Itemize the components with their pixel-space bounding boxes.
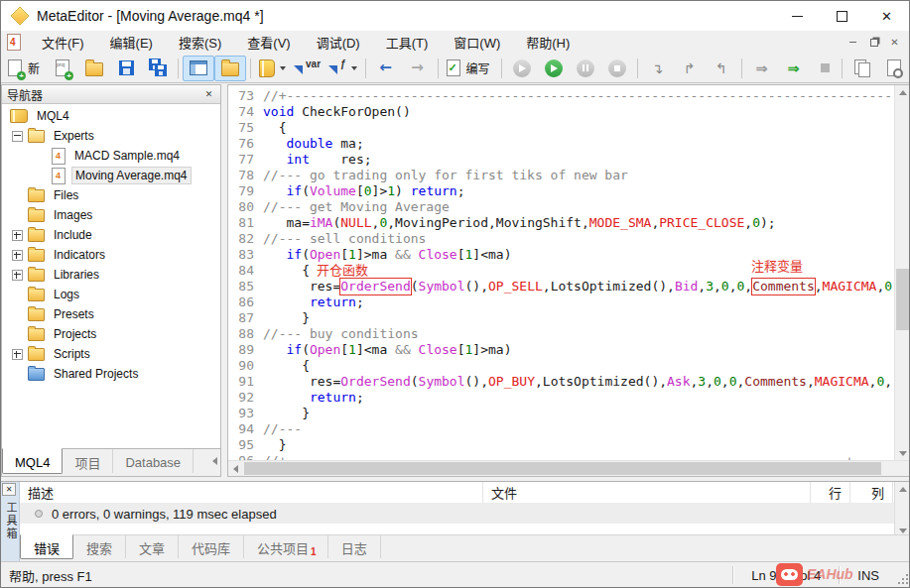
sidebar-tab[interactable]: 项目	[63, 449, 113, 473]
toolbox-tab[interactable]: 代码库	[179, 535, 244, 558]
scroll-left-icon[interactable]	[228, 461, 243, 476]
tree-item[interactable]: Presets	[2, 304, 220, 324]
save-all-button[interactable]	[142, 56, 174, 81]
goto-function-button[interactable]: ƒ	[325, 56, 361, 81]
toolbox-column-header[interactable]: 文件	[483, 482, 811, 503]
code-token: return	[310, 390, 356, 406]
sidebar-tab[interactable]: MQL4	[2, 448, 63, 474]
code-token: ,	[744, 279, 752, 294]
toggle-navigator-button[interactable]	[183, 56, 214, 81]
continue-profiling-button[interactable]	[778, 56, 810, 81]
toolbox-tab[interactable]: 日志	[328, 535, 381, 558]
collapse-icon[interactable]	[12, 131, 23, 142]
code-token: if	[286, 183, 302, 199]
tree-item[interactable]: Images	[2, 205, 220, 225]
code-editor[interactable]: 73//+-----------------------------------…	[227, 84, 910, 477]
toolbox-tab[interactable]: 文章	[126, 535, 179, 558]
navigator-close-icon[interactable]	[202, 88, 215, 100]
tree-item[interactable]: Projects	[2, 324, 220, 344]
tree-item-label: MQL4	[34, 108, 72, 124]
code-token: ,	[729, 279, 737, 294]
toggle-toolbox-button[interactable]	[214, 56, 246, 81]
tabs-scroll-left-icon[interactable]	[212, 457, 217, 465]
code-token: //--- buy conditions	[263, 326, 419, 342]
mdi-close-button[interactable]	[884, 33, 905, 52]
tree-item[interactable]: Logs	[2, 285, 220, 304]
code-token: [	[340, 342, 348, 358]
menu-item[interactable]: 窗口(W)	[441, 31, 513, 54]
tree-item[interactable]: MQL4	[2, 106, 220, 126]
code-line: 89 if(Open[1]<ma && Close[1]>ma)	[228, 342, 894, 358]
search-in-files-button[interactable]	[878, 56, 910, 81]
mq4-icon	[52, 148, 65, 165]
expand-icon[interactable]	[12, 349, 23, 360]
scroll-up-icon[interactable]	[895, 85, 910, 100]
code-token: 1	[387, 183, 395, 199]
code-token	[263, 136, 286, 152]
scroll-down-icon[interactable]	[895, 446, 910, 461]
stop-debug-button[interactable]	[601, 56, 633, 81]
start-profiling-button[interactable]	[746, 56, 778, 81]
start-debug-button[interactable]	[538, 56, 570, 81]
code-token: (	[302, 247, 310, 263]
pause-debug-button[interactable]	[570, 56, 601, 81]
tree-item[interactable]: Libraries	[2, 265, 220, 285]
copy-button[interactable]	[846, 56, 878, 81]
toolbox-column-header[interactable]: 描述	[20, 482, 483, 503]
compile-button[interactable]: 编写	[443, 56, 497, 81]
restart-debug-button[interactable]	[506, 56, 538, 81]
menu-item[interactable]: 查看(V)	[234, 31, 303, 54]
scroll-up-icon[interactable]	[895, 482, 910, 497]
toolbox-tab[interactable]: 搜索	[73, 535, 126, 558]
vertical-scrollbar[interactable]	[894, 85, 910, 461]
mdi-restore-button[interactable]	[863, 33, 884, 52]
menu-item[interactable]: 调试(D)	[304, 31, 373, 54]
menu-item[interactable]: 文件(F)	[29, 31, 97, 54]
expand-icon[interactable]	[12, 250, 23, 261]
menu-item[interactable]: 搜索(S)	[166, 31, 234, 54]
expand-icon[interactable]	[12, 230, 23, 241]
toolbox-tab[interactable]: 错误	[20, 534, 73, 559]
tree-item[interactable]: Scripts	[2, 344, 220, 364]
code-token: //--- get Moving Average	[263, 199, 450, 215]
horizontal-scroll-thumb[interactable]	[244, 462, 881, 475]
resize-grip[interactable]	[897, 573, 909, 585]
tree-item[interactable]: Indicators	[2, 245, 220, 265]
tree-item[interactable]: MACD Sample.mq4	[2, 146, 220, 166]
navigate-back-button[interactable]	[370, 56, 402, 81]
menu-item[interactable]: 工具(T)	[373, 31, 442, 54]
toolbox-column-header[interactable]: 行	[811, 482, 850, 503]
goto-variable-button[interactable]: var	[290, 56, 325, 81]
close-button[interactable]	[864, 1, 909, 31]
new-project-button[interactable]	[47, 56, 78, 81]
menu-item[interactable]: 帮助(H)	[513, 31, 583, 54]
new-file-button[interactable]: 新	[4, 56, 47, 81]
tree-item[interactable]: Files	[2, 185, 220, 205]
stop-profiling-button[interactable]	[810, 56, 842, 81]
tree-item[interactable]: Include	[2, 225, 220, 245]
toolbox-tab[interactable]: 公共项目1	[244, 535, 328, 558]
toolbox-column-header[interactable]: 列	[850, 482, 893, 503]
step-into-button[interactable]	[642, 56, 674, 81]
open-button[interactable]	[78, 56, 110, 81]
menu-item[interactable]: 编辑(E)	[97, 31, 166, 54]
toolbox-close-icon[interactable]	[2, 483, 16, 496]
navigate-forward-button[interactable]	[402, 56, 434, 81]
sidebar-tab[interactable]: Database	[113, 449, 194, 473]
horizontal-scrollbar[interactable]	[228, 460, 910, 476]
tree-item[interactable]: Shared Projects	[2, 364, 220, 384]
save-button[interactable]	[110, 56, 142, 81]
step-over-button[interactable]	[674, 56, 706, 81]
compile-result-row[interactable]: 0 errors, 0 warnings, 119 msec elapsed	[20, 504, 895, 524]
tree-item[interactable]: Experts	[2, 126, 220, 146]
metaeditor-logo-icon	[10, 6, 29, 25]
vertical-scroll-thumb[interactable]	[896, 269, 909, 330]
maximize-button[interactable]	[820, 1, 864, 31]
step-out-button[interactable]	[706, 56, 737, 81]
styler-button[interactable]	[255, 56, 290, 81]
toolbox-scrollbar[interactable]	[894, 482, 910, 538]
minimize-button[interactable]	[775, 1, 820, 31]
tree-item[interactable]: Moving Average.mq4	[2, 166, 220, 185]
mdi-minimize-button[interactable]	[843, 33, 863, 52]
expand-icon[interactable]	[12, 270, 23, 281]
